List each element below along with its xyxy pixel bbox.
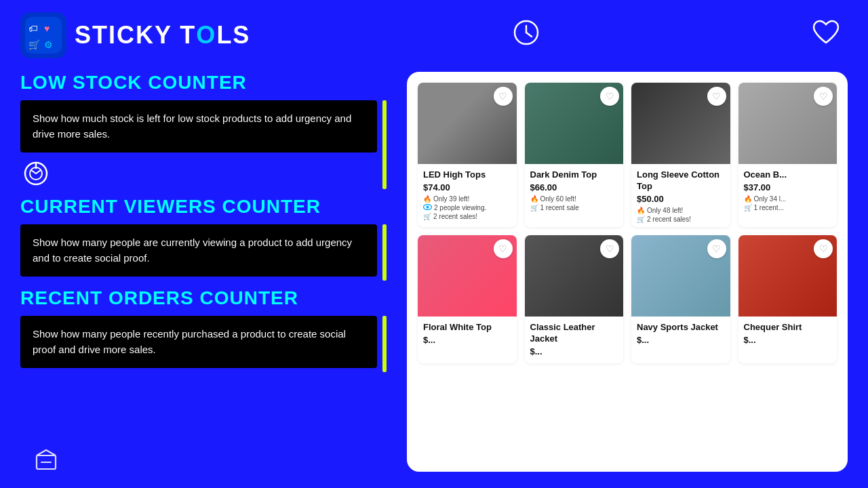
low-stock-section: Show how much stock is left for low stoc… [20, 100, 387, 189]
product-name: Navy Sports Jacket [637, 322, 725, 333]
product-badge: 🛒1 recent... [744, 204, 832, 211]
product-badge: 🔥Only 34 l... [744, 195, 832, 203]
bell-icon [810, 447, 834, 474]
bottom-bar [0, 447, 868, 474]
product-badge: 🛒2 recent sales! [637, 216, 725, 223]
svg-line-7 [526, 33, 532, 37]
product-price: $37.00 [744, 182, 832, 192]
product-badge: 🔥Only 39 left! [423, 195, 511, 203]
wishlist-button[interactable]: ♡ [494, 239, 513, 258]
svg-text:⚙: ⚙ [44, 39, 53, 50]
wishlist-button[interactable]: ♡ [600, 87, 619, 106]
recent-orders-section: Show how many people recently purchased … [20, 316, 387, 372]
product-name: Dark Denim Top [530, 169, 618, 181]
svg-text:🏷: 🏷 [28, 23, 38, 34]
right-panel: ♡LED High Tops$74.00🔥Only 39 left!2 peop… [407, 72, 848, 472]
recent-orders-title: RECENT ORDERS COUNTER [20, 287, 387, 309]
product-badge: 🛒2 recent sales! [423, 213, 511, 220]
wishlist-button[interactable]: ♡ [494, 87, 513, 106]
low-stock-title: LOW STOCK COUNTER [20, 72, 387, 94]
product-name: Floral White Top [423, 322, 511, 333]
low-stock-icon [20, 157, 377, 189]
clock-icon-bottom [422, 447, 446, 474]
product-name: Long Sleeve Cotton Top [637, 169, 725, 192]
wishlist-button[interactable]: ♡ [707, 239, 726, 258]
box-icon [34, 447, 58, 474]
svg-point-12 [427, 205, 429, 208]
product-image: ♡ [631, 235, 730, 317]
product-card: ♡Classic Leather Jacket$... [525, 235, 624, 363]
viewers-section: Show how many people are currently viewi… [20, 224, 387, 281]
header-icons [513, 19, 841, 52]
product-price: $... [423, 335, 511, 345]
product-image: ♡ [525, 235, 624, 317]
product-image: ♡ [418, 83, 517, 164]
product-name: Ocean B... [744, 169, 832, 181]
product-card: ♡LED High Tops$74.00🔥Only 39 left!2 peop… [418, 83, 517, 227]
product-card: ♡Dark Denim Top$66.00🔥Only 60 left!🛒1 re… [525, 83, 624, 227]
product-name: LED High Tops [423, 169, 511, 181]
product-price: $... [744, 335, 832, 345]
left-panel: LOW STOCK COUNTER Show how much stock is… [20, 72, 387, 472]
product-price: $66.00 [530, 182, 618, 192]
product-image: ♡ [738, 235, 837, 317]
product-name: Classic Leather Jacket [530, 322, 618, 345]
viewers-description: Show how many people are currently viewi… [20, 224, 377, 277]
product-price: $50.00 [637, 194, 725, 204]
product-badge: 2 people viewing. [423, 204, 511, 211]
yellow-connector-2 [382, 224, 387, 281]
product-card: ♡Ocean B...$37.00🔥Only 34 l...🛒1 recent.… [738, 83, 837, 227]
svg-line-18 [811, 453, 813, 455]
yellow-connector-1 [382, 100, 387, 189]
logo-text: STICKY T O LS [75, 21, 250, 49]
logo-icon: 🏷 ♥ 🛒 ⚙ [25, 17, 62, 54]
wishlist-button[interactable]: ♡ [814, 87, 833, 106]
recent-orders-description: Show how many people recently purchased … [20, 316, 377, 368]
product-image: ♡ [525, 83, 624, 164]
header: 🏷 ♥ 🛒 ⚙ STICKY T O LS [0, 0, 868, 65]
product-card: ♡Chequer Shirt$... [738, 235, 837, 363]
wishlist-button[interactable]: ♡ [814, 239, 833, 258]
svg-text:♥: ♥ [44, 23, 50, 34]
product-card: ♡Floral White Top$... [418, 235, 517, 363]
svg-text:🛒: 🛒 [28, 39, 41, 51]
low-stock-description: Show how much stock is left for low stoc… [20, 100, 377, 152]
product-card: ♡Long Sleeve Cotton Top$50.00🔥Only 48 le… [631, 83, 730, 227]
product-name: Chequer Shirt [744, 322, 832, 333]
product-badge: 🔥Only 48 left! [637, 207, 725, 214]
main-content: LOW STOCK COUNTER Show how much stock is… [0, 65, 868, 479]
product-card: ♡Navy Sports Jacket$... [631, 235, 730, 363]
product-badge: 🔥Only 60 left! [530, 195, 618, 203]
heart-icon [811, 19, 841, 52]
viewers-title: CURRENT VIEWERS COUNTER [20, 196, 387, 218]
wishlist-button[interactable]: ♡ [600, 239, 619, 258]
svg-line-19 [831, 453, 833, 455]
product-price: $... [637, 335, 725, 345]
product-price: $... [530, 346, 618, 357]
product-grid: ♡LED High Tops$74.00🔥Only 39 left!2 peop… [418, 83, 837, 363]
product-price: $74.00 [423, 182, 511, 192]
clock-chat-icon [513, 19, 540, 52]
product-image: ♡ [418, 235, 517, 317]
logo-area: 🏷 ♥ 🛒 ⚙ STICKY T O LS [20, 12, 250, 58]
product-image: ♡ [631, 83, 730, 164]
yellow-connector-3 [382, 316, 387, 372]
product-image: ♡ [738, 83, 837, 164]
product-badge: 🛒1 recent sale [530, 204, 618, 211]
logo-box: 🏷 ♥ 🛒 ⚙ [20, 12, 66, 58]
wishlist-button[interactable]: ♡ [707, 87, 726, 106]
